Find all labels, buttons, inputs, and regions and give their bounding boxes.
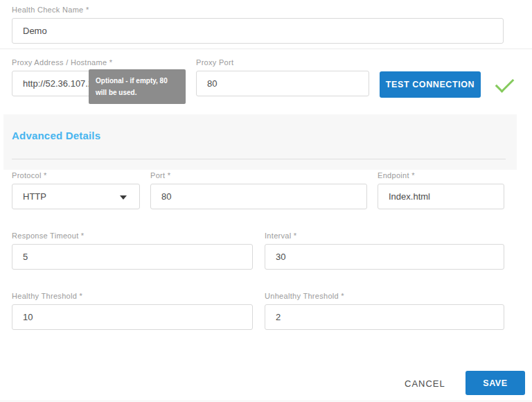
port-label: Port * <box>150 171 367 180</box>
proxy-port-label: Proxy Port <box>196 58 369 67</box>
unhealthy-threshold-field: Unhealthy Threshold * <box>265 292 504 330</box>
unhealthy-threshold-label: Unhealthy Threshold * <box>265 292 504 300</box>
interval-field: Interval * <box>265 231 504 270</box>
proxy-port-tooltip: Optional - if empty, 80 will be used. <box>89 69 186 104</box>
health-check-name-label: Health Check Name * <box>12 6 504 14</box>
bottom-border <box>0 401 532 401</box>
proxy-port-field: Proxy Port <box>196 58 369 96</box>
advanced-details-divider <box>12 159 506 159</box>
protocol-label: Protocol * <box>12 171 140 180</box>
unhealthy-threshold-input[interactable] <box>265 304 504 330</box>
health-check-name-field: Health Check Name * <box>12 6 504 44</box>
health-check-name-input[interactable] <box>12 18 504 44</box>
protocol-selected-value: HTTP <box>23 191 46 202</box>
endpoint-input[interactable] <box>378 184 504 209</box>
chevron-down-icon <box>120 195 127 200</box>
proxy-address-label: Proxy Address / Hostname * <box>12 58 185 67</box>
test-connection-button[interactable]: TEST CONNECTION <box>380 71 481 98</box>
healthy-threshold-label: Healthy Threshold * <box>12 292 253 300</box>
interval-label: Interval * <box>265 231 504 240</box>
proxy-port-input[interactable] <box>196 71 369 96</box>
health-check-form: Health Check Name * Proxy Address / Host… <box>0 0 532 402</box>
advanced-details-heading: Advanced Details <box>12 130 100 141</box>
save-button[interactable]: SAVE <box>466 371 525 395</box>
advanced-details-panel: Advanced Details <box>3 114 517 170</box>
connection-success-check-icon <box>495 73 515 93</box>
healthy-threshold-field: Healthy Threshold * <box>12 292 253 330</box>
port-field: Port * <box>150 171 367 209</box>
protocol-field: Protocol * HTTP <box>12 171 140 209</box>
interval-input[interactable] <box>265 244 504 270</box>
endpoint-label: Endpoint * <box>378 171 504 180</box>
section-divider <box>0 49 532 49</box>
cancel-button[interactable]: CANCEL <box>399 374 451 393</box>
healthy-threshold-input[interactable] <box>12 304 253 330</box>
port-input[interactable] <box>150 184 367 209</box>
protocol-select[interactable]: HTTP <box>12 184 140 209</box>
response-timeout-field: Response Timeout * <box>12 231 253 270</box>
endpoint-field: Endpoint * <box>378 171 504 209</box>
response-timeout-input[interactable] <box>12 244 253 270</box>
response-timeout-label: Response Timeout * <box>12 231 253 240</box>
